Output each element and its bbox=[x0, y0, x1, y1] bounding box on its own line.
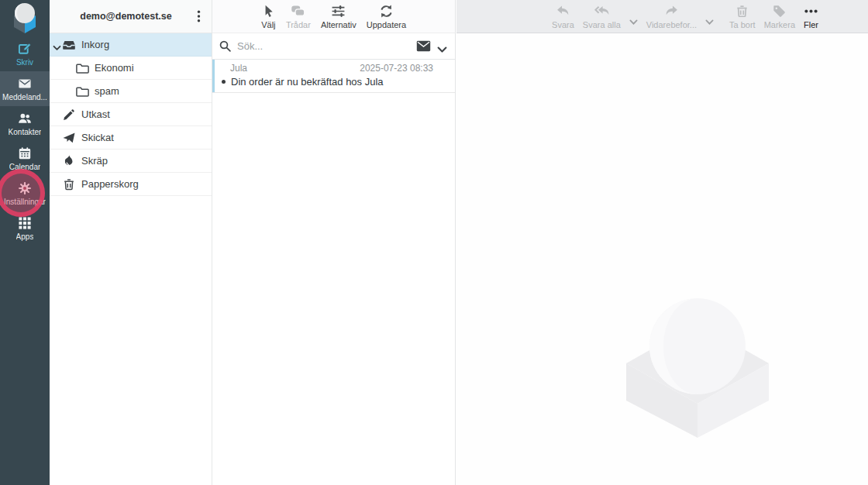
sidebar-item-compose[interactable]: Skriv bbox=[0, 36, 50, 71]
ellipsis-icon bbox=[804, 4, 818, 19]
folder-item-inbox[interactable]: Inkorg bbox=[50, 33, 212, 57]
flame-icon bbox=[62, 154, 76, 168]
reply-button[interactable]: Svara bbox=[552, 4, 574, 29]
sidebar-item-messages[interactable]: Meddeland... bbox=[0, 71, 50, 106]
toolbar-label: Uppdatera bbox=[367, 20, 406, 29]
folder-item-trash[interactable]: Papperskorg bbox=[50, 173, 212, 196]
message-meta: Jula 2025-07-23 08:33 bbox=[222, 63, 433, 74]
reply-all-icon bbox=[594, 4, 609, 19]
folders-panel: demo@demotest.se Inkorg bbox=[50, 0, 212, 485]
toolbar-label: Fler bbox=[804, 20, 818, 29]
contacts-icon bbox=[18, 112, 32, 126]
folder-name: Skräp bbox=[81, 155, 108, 167]
delete-button[interactable]: Ta bort bbox=[729, 4, 756, 29]
folder-item-drafts[interactable]: Utkast bbox=[50, 103, 212, 126]
folder-name: Papperskorg bbox=[81, 178, 139, 190]
forward-menu-caret[interactable] bbox=[705, 15, 714, 21]
toolbar-label: Trådar bbox=[286, 20, 311, 29]
folder-item-ekonomi[interactable]: Ekonomi bbox=[50, 57, 212, 80]
toolbar-label: Välj bbox=[261, 20, 275, 29]
folder-name: Inkorg bbox=[81, 39, 109, 50]
reply-icon bbox=[556, 4, 570, 19]
trash-icon bbox=[735, 4, 749, 19]
kebab-menu-icon bbox=[197, 9, 201, 23]
gear-icon bbox=[18, 181, 32, 195]
folder-item-sent[interactable]: Skickat bbox=[50, 126, 212, 150]
sidebar-item-label: Meddeland... bbox=[2, 93, 47, 101]
sidebar-item-calendar[interactable]: Calendar bbox=[0, 141, 50, 176]
forward-icon bbox=[664, 4, 679, 19]
refresh-button[interactable]: Uppdatera bbox=[367, 4, 406, 29]
unread-indicator bbox=[222, 80, 226, 84]
sidebar-item-contacts[interactable]: Kontakter bbox=[0, 106, 50, 141]
envelope-icon[interactable] bbox=[416, 40, 431, 52]
chevron-down-icon[interactable] bbox=[437, 43, 447, 50]
toolbar-label: Ta bort bbox=[729, 20, 756, 29]
folder-item-junk[interactable]: Skräp bbox=[50, 150, 212, 173]
compose-icon bbox=[18, 42, 32, 56]
search-icon bbox=[219, 40, 232, 53]
app-logo[interactable] bbox=[0, 0, 50, 36]
toolbar-label: Alternativ bbox=[321, 20, 356, 29]
sidebar-item-label: Inställningar bbox=[4, 198, 46, 206]
message-date: 2025-07-23 08:33 bbox=[360, 63, 433, 74]
sidebar-item-label: Apps bbox=[16, 232, 34, 241]
options-button[interactable]: Alternativ bbox=[321, 4, 356, 29]
sidebar-item-label: Skriv bbox=[16, 58, 33, 67]
sidebar-item-label: Kontakter bbox=[9, 128, 42, 136]
trash-icon bbox=[62, 177, 76, 191]
folder-name: Skickat bbox=[81, 132, 114, 143]
reply-all-menu-caret[interactable] bbox=[629, 15, 638, 21]
roundcube-watermark-logo bbox=[620, 283, 775, 438]
toolbar-label: Markera bbox=[764, 20, 795, 29]
sidebar-item-label: Calendar bbox=[9, 163, 41, 171]
folder-icon bbox=[75, 61, 89, 75]
inbox-icon bbox=[62, 38, 76, 52]
toolbar-label: Svara bbox=[552, 20, 574, 29]
message-sender: Jula bbox=[230, 63, 247, 74]
apps-grid-icon bbox=[18, 216, 32, 230]
chevron-down-icon[interactable] bbox=[53, 41, 61, 49]
message-list-item[interactable]: Jula 2025-07-23 08:33 Din order är nu be… bbox=[212, 60, 455, 93]
calendar-icon bbox=[18, 146, 32, 160]
folder-name: Utkast bbox=[81, 108, 110, 120]
message-subject-row: Din order är nu bekräftad hos Jula bbox=[222, 76, 433, 88]
sidebar-item-settings[interactable]: Inställningar bbox=[0, 176, 50, 211]
sidebar: Skriv Meddeland... Kontakter bbox=[0, 0, 50, 485]
folder-name: spam bbox=[95, 85, 119, 97]
sidebar-item-apps[interactable]: Apps bbox=[0, 211, 50, 246]
paper-plane-icon bbox=[62, 131, 76, 145]
folder-item-spam[interactable]: spam bbox=[50, 80, 212, 103]
mail-icon bbox=[18, 77, 32, 91]
folder-actions-button[interactable] bbox=[188, 5, 208, 28]
folder-icon bbox=[75, 84, 89, 98]
search-input[interactable] bbox=[237, 40, 412, 52]
message-list-panel: Välj Trådar bbox=[212, 0, 456, 485]
more-button[interactable]: Fler bbox=[804, 4, 818, 29]
sliders-icon bbox=[331, 4, 346, 19]
webmail-app: Skriv Meddeland... Kontakter bbox=[0, 0, 868, 485]
search-bar bbox=[212, 33, 455, 60]
content-body bbox=[456, 33, 868, 485]
message-subject: Din order är nu bekräftad hos Jula bbox=[231, 76, 384, 88]
threads-button[interactable]: Trådar bbox=[286, 4, 311, 29]
account-email: demo@demotest.se bbox=[50, 11, 188, 22]
roundcube-logo-icon bbox=[8, 0, 42, 37]
list-toolbar: Välj Trådar bbox=[212, 0, 455, 33]
threads-icon bbox=[291, 4, 305, 19]
folders-header: demo@demotest.se bbox=[50, 0, 212, 33]
folder-name: Ekonomi bbox=[95, 62, 134, 74]
content-toolbar: Svara Svara alla Vidarebefor... bbox=[456, 0, 868, 33]
message-content-panel: Svara Svara alla Vidarebefor... bbox=[456, 0, 868, 485]
forward-button[interactable]: Vidarebefor... bbox=[646, 4, 697, 29]
toolbar-label: Vidarebefor... bbox=[646, 20, 697, 29]
pencil-icon bbox=[62, 108, 76, 122]
pointer-icon bbox=[261, 4, 276, 19]
tag-icon bbox=[772, 4, 787, 19]
refresh-icon bbox=[379, 4, 394, 19]
toolbar-label: Svara alla bbox=[583, 20, 621, 29]
mark-button[interactable]: Markera bbox=[764, 4, 795, 29]
folder-list: Inkorg Ekonomi spam Utkast bbox=[50, 33, 212, 196]
reply-all-button[interactable]: Svara alla bbox=[583, 4, 621, 29]
select-button[interactable]: Välj bbox=[261, 4, 276, 29]
